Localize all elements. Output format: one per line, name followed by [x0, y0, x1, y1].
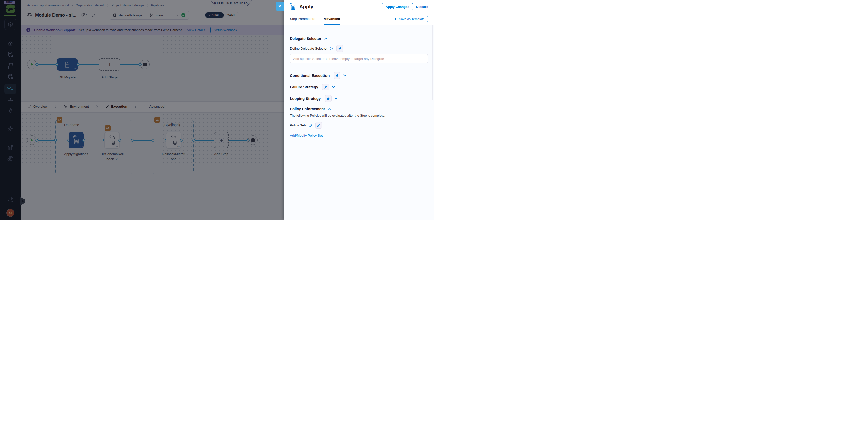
group-name[interactable]: DBRollback	[162, 123, 180, 127]
pin-button[interactable]	[315, 122, 322, 129]
node-port[interactable]	[55, 63, 58, 66]
toggle-visual[interactable]: VISUAL	[205, 12, 224, 18]
chevron-down-icon[interactable]	[176, 13, 179, 17]
check-icon	[28, 105, 31, 108]
harness-dbdevops-logo[interactable]	[5, 4, 16, 13]
sidebar-db-dots-icon[interactable]	[7, 73, 13, 80]
connector-line	[134, 140, 153, 140]
pin-button[interactable]	[325, 95, 332, 102]
pin-button[interactable]	[322, 84, 329, 90]
edit-pencil-icon[interactable]	[92, 13, 96, 17]
sidebar-home-icon[interactable]	[7, 41, 13, 47]
breadcrumb-project[interactable]: Project: demodbdevops	[111, 3, 144, 7]
step-group-database[interactable]: Database	[55, 120, 132, 174]
conditional-execution-section: Conditional Execution	[290, 72, 428, 79]
group-port[interactable]	[192, 139, 195, 142]
step-label: DBSchemaRollback_2	[100, 152, 124, 162]
repo-name[interactable]: demo-dbdevops	[119, 13, 143, 17]
apply-changes-button[interactable]: Apply Changes	[382, 3, 413, 10]
define-delegate-selector-row: Define Delegate Selector	[290, 45, 428, 52]
section-title: Delegate Selector	[290, 36, 321, 41]
pipeline-end-node	[140, 60, 150, 69]
setup-webhook-button[interactable]: Setup Webhook	[211, 27, 240, 33]
pin-button[interactable]	[336, 45, 343, 52]
divider	[146, 12, 146, 18]
tab-overview[interactable]: Overview	[28, 102, 48, 112]
tab-step-parameters[interactable]: Step Parameters	[290, 13, 315, 25]
sidebar-gear-icon[interactable]	[7, 107, 13, 114]
collapse-chevron-up-icon[interactable]	[324, 37, 328, 40]
add-modify-policy-set-link[interactable]: Add/Modify Policy Set	[290, 134, 323, 137]
connector-line	[229, 140, 248, 140]
execution-canvas[interactable]: Database </> </>	[21, 113, 284, 220]
tag-count[interactable]: 1	[81, 13, 88, 17]
view-details-link[interactable]: View Details	[187, 28, 205, 32]
node-port[interactable]	[180, 139, 183, 142]
sidebar-executions-icon[interactable]	[7, 96, 13, 102]
delegate-selector-input[interactable]	[290, 54, 428, 63]
add-step-node[interactable]: +	[214, 132, 229, 149]
sidebar-layers-gear-icon[interactable]	[7, 145, 14, 151]
info-icon[interactable]	[330, 47, 333, 50]
tab-environment[interactable]: Environment	[64, 102, 89, 112]
node-port[interactable]	[82, 139, 85, 142]
webhook-banner: Enable Webhook Support Set up a webhook …	[21, 25, 284, 35]
save-as-template-button[interactable]: Save as Template	[391, 16, 428, 22]
group-header: Database	[59, 123, 79, 127]
drawer-scrollbar[interactable]	[432, 25, 434, 100]
node-port[interactable]	[76, 63, 80, 66]
sidebar-orgchart-gear-icon[interactable]	[7, 155, 14, 162]
connector-line	[195, 140, 214, 140]
stage-node-db-migrate[interactable]: </> </>	[57, 58, 78, 70]
step-node-dbschemarollback[interactable]: </>	[104, 132, 120, 149]
sidebar-db-stack-icon[interactable]	[7, 63, 14, 69]
sidebar-divider	[4, 137, 16, 138]
tab-advanced[interactable]: Advanced	[324, 13, 340, 25]
group-port[interactable]	[54, 139, 57, 142]
module-selector-cube-icon[interactable]	[4, 19, 16, 30]
stage-pipeline-canvas[interactable]: </> </> + DB Migrate Add Stage	[21, 35, 284, 101]
step-node-rollbackmigrations[interactable]: </>	[166, 132, 181, 149]
stage-label: DB Migrate	[55, 75, 80, 80]
connector-line	[37, 140, 55, 140]
pin-button[interactable]	[334, 72, 340, 79]
stop-icon	[144, 63, 147, 66]
collapse-minus-icon[interactable]	[59, 125, 62, 125]
visual-yaml-toggle: VISUAL YAML	[205, 12, 239, 18]
tab-execution[interactable]: Execution	[105, 102, 127, 112]
breadcrumb-pipelines[interactable]: Pipelines	[151, 3, 164, 7]
chevron-right-icon	[134, 102, 137, 112]
delegate-selector-section: Delegate Selector	[290, 36, 428, 41]
tab-advanced[interactable]: Advanced	[144, 102, 164, 112]
sidebar-db-gear-icon[interactable]	[7, 51, 13, 58]
expand-chevron-down-icon[interactable]	[334, 97, 338, 100]
field-label: Define Delegate Selector	[290, 47, 328, 51]
user-avatar[interactable]: AT	[6, 209, 14, 217]
close-drawer-button[interactable]: ✕	[276, 1, 284, 11]
failure-strategy-section: Failure Strategy	[290, 84, 428, 90]
branch-name[interactable]: main	[156, 13, 163, 17]
discard-button[interactable]: Discard	[416, 5, 429, 8]
toggle-yaml[interactable]: YAML	[224, 12, 239, 18]
breadcrumb-account[interactable]: Account: app-harness-ng-cicd	[27, 3, 69, 7]
help-chat-icon[interactable]: ?	[7, 196, 14, 203]
upload-icon	[394, 17, 397, 21]
expand-chevron-down-icon[interactable]	[343, 74, 347, 77]
add-stage-node[interactable]: +	[99, 58, 120, 70]
step-group-badge-icon	[57, 117, 62, 123]
node-port[interactable]	[118, 139, 121, 142]
field-label: Policy Sets	[290, 123, 307, 127]
group-name[interactable]: Database	[64, 123, 79, 127]
info-icon[interactable]	[309, 124, 312, 127]
expand-chevron-down-icon[interactable]	[332, 86, 335, 88]
sidebar-pipelines-icon[interactable]	[4, 84, 16, 94]
group-port[interactable]	[131, 139, 134, 142]
chevron-right-icon	[107, 4, 109, 6]
sync-status-check-icon	[181, 13, 186, 17]
sidebar-project-settings-gear-icon[interactable]	[7, 125, 14, 132]
group-port[interactable]	[152, 139, 154, 142]
step-node-applymigrations[interactable]: </>	[68, 132, 84, 149]
collapse-chevron-up-icon[interactable]	[328, 107, 331, 110]
breadcrumb-organization[interactable]: Organization: default	[75, 3, 104, 7]
collapse-minus-icon[interactable]	[156, 125, 159, 125]
